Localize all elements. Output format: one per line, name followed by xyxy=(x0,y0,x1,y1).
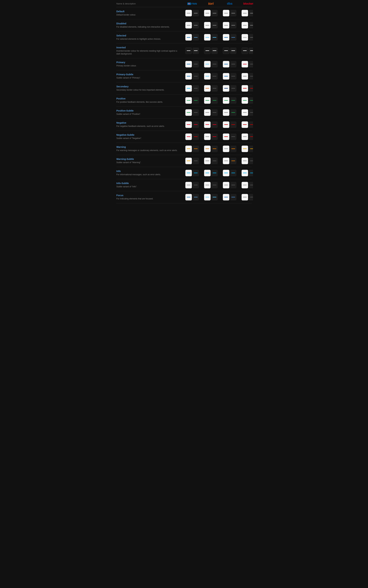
swatch-line-light xyxy=(205,185,209,185)
row-title: Negative xyxy=(116,121,183,124)
row-title: Inverted xyxy=(116,46,183,49)
swatch-pair-primary-subtle-blocket xyxy=(239,73,253,80)
swatch-line-light xyxy=(187,25,191,26)
swatch-pair-default-blocket xyxy=(239,10,253,16)
swatch-dark xyxy=(230,170,237,176)
swatch-pair-warning-subtle-tori xyxy=(202,158,220,164)
swatch-dark xyxy=(249,34,253,41)
swatch-light xyxy=(204,145,211,152)
swatch-light xyxy=(242,121,248,128)
swatch-line-dark xyxy=(213,88,216,89)
swatch-line-light xyxy=(243,185,247,185)
swatch-line-dark xyxy=(194,161,198,161)
swatch-line-light xyxy=(187,100,191,101)
swatch-light xyxy=(223,158,229,164)
row-desc: Subtle variant of "Warning". xyxy=(116,161,179,164)
swatch-dark xyxy=(230,97,237,104)
swatch-line-light xyxy=(243,100,247,101)
swatch-pair-warning-subtle-finn xyxy=(183,158,202,164)
swatch-pair-info-tori xyxy=(202,170,220,176)
swatch-pair-positive-blocket xyxy=(239,97,253,104)
swatch-light xyxy=(185,109,192,116)
swatch-dark xyxy=(211,61,218,67)
row-info-primary: PrimaryPrimary border colour. xyxy=(116,61,183,67)
row-info-positive: PositiveFor positive feedback elements, … xyxy=(116,97,183,104)
swatch-dark xyxy=(211,158,218,164)
swatch-light xyxy=(223,47,229,54)
swatch-dark xyxy=(249,170,253,176)
swatch-light xyxy=(204,34,211,41)
swatch-line-dark xyxy=(213,185,216,185)
swatch-pair-secondary-blocket xyxy=(239,85,253,92)
swatch-light xyxy=(204,97,211,104)
swatch-line-dark xyxy=(231,13,235,13)
swatch-line-light xyxy=(187,173,191,173)
table-row: Primary-SubtleSubtle variant of "Primary… xyxy=(116,70,252,82)
swatch-light xyxy=(223,97,229,104)
swatch-pair-negative-finn xyxy=(183,121,202,128)
swatch-line-dark xyxy=(250,37,253,38)
swatch-line-light xyxy=(243,112,247,113)
header-name-desc: Name & description xyxy=(116,2,183,5)
swatch-line-dark xyxy=(231,50,235,51)
swatch-dark xyxy=(230,194,237,200)
swatch-line-dark xyxy=(213,112,216,113)
swatch-dark xyxy=(249,10,253,16)
swatch-line-dark xyxy=(213,124,216,125)
swatch-dark xyxy=(230,34,237,41)
swatch-dark xyxy=(211,22,218,28)
swatch-line-light xyxy=(224,37,228,38)
swatch-line-light xyxy=(224,50,228,51)
swatch-pair-selected-blocket xyxy=(239,34,253,41)
swatch-line-light xyxy=(224,161,228,161)
swatch-line-light xyxy=(205,76,209,76)
swatch-pair-positive-finn xyxy=(183,97,202,104)
swatch-line-dark xyxy=(250,50,253,51)
swatch-line-light xyxy=(205,25,209,26)
swatch-line-dark xyxy=(231,76,235,76)
border-color-table: Name & description 🇳🇴 FINN tori dba bloc… xyxy=(115,0,253,203)
swatch-light xyxy=(223,134,229,140)
swatch-line-light xyxy=(224,112,228,113)
swatch-line-dark xyxy=(213,64,216,64)
swatch-line-light xyxy=(205,197,209,197)
row-desc: Secondary border colour for less importa… xyxy=(116,89,179,91)
swatch-pair-negative-subtle-finn xyxy=(183,134,202,140)
swatch-dark xyxy=(249,109,253,116)
swatch-line-light xyxy=(187,13,191,13)
swatch-pair-primary-dba xyxy=(220,61,239,67)
row-info-focus: FocusFor indicating elements that are fo… xyxy=(116,194,183,200)
swatch-pair-warning-dba xyxy=(220,145,239,152)
swatch-dark xyxy=(211,170,218,176)
table-row: NegativeFor negative feedback elements, … xyxy=(116,119,252,131)
swatch-line-dark xyxy=(194,64,198,64)
swatch-dark xyxy=(193,182,199,188)
table-header: Name & description 🇳🇴 FINN tori dba bloc… xyxy=(116,0,252,7)
swatch-pair-info-subtle-blocket xyxy=(239,182,253,188)
swatch-line-light xyxy=(187,148,191,149)
swatch-line-dark xyxy=(231,136,235,137)
swatch-line-dark xyxy=(231,185,235,185)
row-desc: Default border colour. xyxy=(116,13,179,16)
swatch-pair-disabled-dba xyxy=(220,22,239,28)
swatch-pair-default-finn xyxy=(183,10,202,16)
swatch-light xyxy=(204,22,211,28)
row-title: Disabled xyxy=(116,22,183,25)
swatch-dark xyxy=(249,47,253,54)
row-info-negative-subtle: Negative-SubtleSubtle variant of "Negati… xyxy=(116,134,183,140)
swatch-light xyxy=(223,145,229,152)
swatch-dark xyxy=(249,194,253,200)
swatch-line-light xyxy=(187,76,191,76)
swatch-dark xyxy=(211,134,218,140)
swatch-dark xyxy=(211,47,218,54)
row-info-primary-subtle: Primary-SubtleSubtle variant of "Primary… xyxy=(116,73,183,79)
swatch-line-light xyxy=(205,173,209,173)
table-row: Info-SubtleSubtle variant of "Info". xyxy=(116,179,252,191)
row-info-warning-subtle: Warning-SubtleSubtle variant of "Warning… xyxy=(116,158,183,164)
swatch-pair-focus-finn xyxy=(183,194,202,200)
swatch-pair-info-finn xyxy=(183,170,202,176)
swatch-line-light xyxy=(187,37,191,38)
swatch-line-light xyxy=(243,50,247,51)
swatch-light xyxy=(204,121,211,128)
row-title: Warning-Subtle xyxy=(116,158,183,160)
